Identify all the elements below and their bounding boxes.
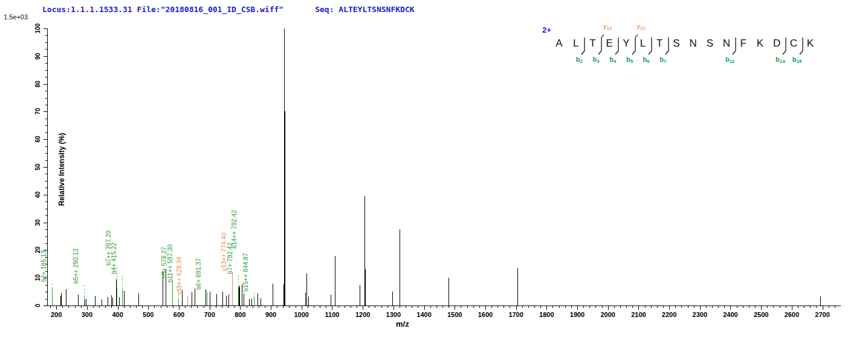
x-axis-tick	[780, 306, 780, 308]
fragment-marker	[580, 34, 588, 56]
x-axis-tick	[461, 306, 461, 308]
x-axis-tick	[602, 306, 603, 308]
x-axis-tick	[289, 306, 290, 308]
x-axis-tick	[571, 306, 572, 308]
x-axis-tick-label: 2400	[717, 311, 743, 318]
y-axis-tick-label: 80	[34, 75, 42, 93]
x-axis-tick-label: 900	[257, 311, 284, 318]
fragment-marker	[731, 34, 739, 56]
x-axis-tick	[142, 306, 143, 308]
y-axis-tick	[45, 35, 48, 36]
spectrum-peak	[244, 293, 244, 306]
fragment-marker	[781, 34, 789, 56]
y-axis-tick	[45, 215, 48, 216]
x-axis-tick	[479, 306, 480, 308]
spectrum-peak	[360, 285, 360, 306]
spectrum-peak-annotated	[172, 283, 173, 306]
y-axis-tick	[44, 84, 48, 85]
y-axis-tick-label: 90	[34, 47, 42, 65]
y-axis-tick	[44, 111, 48, 112]
x-axis-tick	[369, 306, 369, 308]
spectrum-peak	[102, 299, 102, 306]
x-axis-tick	[528, 306, 529, 308]
spectrum-peak-annotated	[232, 301, 233, 306]
peak-label-leader	[238, 275, 239, 287]
fragment-marker	[664, 34, 672, 56]
spectrum-peak	[61, 293, 62, 306]
x-axis-tick	[675, 306, 676, 308]
x-axis-tick	[253, 306, 253, 308]
spectrum-plot-area[interactable]: Relative Intensity (%) 20030040050060070…	[47, 28, 841, 306]
spectrum-peak	[365, 269, 366, 306]
spectrum-peak	[124, 291, 125, 306]
x-axis-tick	[234, 306, 235, 308]
x-axis-tick	[510, 306, 510, 308]
x-axis-tick	[504, 306, 504, 308]
y-axis-tick	[45, 299, 48, 299]
x-axis-tick	[608, 306, 609, 310]
y-axis-tick-label: 60	[34, 130, 42, 148]
x-axis-tick	[455, 306, 455, 310]
y-axis-tick	[45, 153, 48, 154]
spectrum-peak	[449, 278, 449, 306]
x-axis-tick	[835, 306, 835, 308]
spectrum-peak-annotated	[178, 299, 179, 306]
x-axis-tick	[338, 306, 339, 308]
x-axis-tick	[651, 306, 652, 308]
spectrum-peak	[192, 292, 192, 306]
spectrum-peak	[138, 293, 139, 306]
x-axis-tick	[394, 306, 394, 310]
x-axis-tick-label: 1400	[411, 311, 438, 318]
spectrum-peak-annotated	[187, 300, 188, 306]
max-intensity-label: 1.5e+03	[4, 13, 28, 21]
peptide-residue: N	[685, 38, 702, 50]
peak-label-leader	[122, 275, 123, 289]
y-axis-tick	[45, 49, 48, 50]
x-axis-tick	[743, 306, 743, 308]
x-axis-tick	[68, 306, 69, 308]
spectrum-peak	[820, 296, 821, 306]
spectrum-peak	[239, 286, 240, 306]
x-axis-tick	[565, 306, 566, 308]
x-axis-tick	[589, 306, 590, 308]
x-axis-tick-label: 2000	[595, 311, 621, 318]
x-axis-tick	[99, 306, 100, 308]
x-axis-tick	[804, 306, 805, 308]
fragment-marker	[798, 34, 806, 56]
x-axis-tick-label: 1700	[503, 311, 530, 318]
spectrum-peak	[400, 229, 400, 306]
peak-label: b11++ 597.30	[167, 244, 174, 283]
y-axis-tick	[45, 201, 48, 202]
x-axis-tick	[136, 306, 137, 308]
x-axis-tick	[357, 306, 357, 308]
y-axis-tick	[45, 209, 48, 209]
peak-label-leader	[207, 291, 207, 293]
x-axis-tick	[595, 306, 596, 308]
x-axis-tick	[516, 306, 517, 310]
x-axis-tick	[326, 306, 326, 308]
x-axis-tick	[56, 306, 57, 310]
y-ion-label: y13	[603, 23, 623, 31]
y-axis-tick	[45, 181, 48, 181]
x-axis-tick-label: 1300	[380, 311, 407, 318]
y-axis-tick	[45, 91, 48, 91]
spectrum-peak	[257, 293, 258, 306]
x-axis-tick	[645, 306, 646, 308]
x-axis-tick	[302, 306, 302, 310]
x-axis-tick	[296, 306, 296, 308]
x-axis-tick	[412, 306, 412, 308]
x-axis-tick	[829, 306, 829, 308]
spectrum-peak	[392, 292, 393, 306]
x-axis-tick	[430, 306, 431, 308]
y-axis-tick	[44, 139, 48, 140]
x-axis-tick-label: 1100	[319, 311, 345, 318]
x-axis-tick	[75, 306, 76, 308]
y-axis-tick-label: 0	[34, 296, 42, 315]
x-axis-tick	[185, 306, 186, 308]
x-axis-tick-label: 500	[135, 311, 161, 318]
spectrum-peak	[331, 295, 331, 306]
peak-label: y11++ 628.34	[176, 257, 183, 295]
y-axis-tick	[44, 28, 48, 29]
x-axis-tick	[761, 306, 762, 310]
y-axis-tick	[45, 42, 48, 43]
